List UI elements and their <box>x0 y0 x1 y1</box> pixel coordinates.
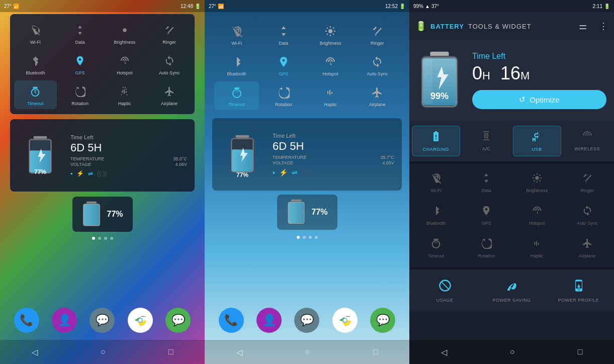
home-btn-2[interactable]: ○ <box>300 342 315 361</box>
charge-type-icon-1: ▪ <box>70 170 72 177</box>
toggle-rotation-1[interactable]: Rotation <box>59 80 102 109</box>
toggle-bluetooth-1[interactable]: Bluetooth <box>14 50 57 78</box>
toggle-airplane-1[interactable]: Airplane <box>148 80 191 109</box>
dock-hangouts-2[interactable]: 💬 <box>370 308 395 333</box>
back-btn-3[interactable]: ◁ <box>436 342 452 362</box>
optimize-icon: ↺ <box>519 95 525 104</box>
dot-1-active <box>92 237 95 240</box>
ctrl-autosync-3[interactable]: Auto Sync <box>563 200 611 231</box>
action-power-profile[interactable]: POWER PROFILE <box>546 274 611 308</box>
brightness-label-1: Brightness <box>114 40 136 45</box>
recents-btn-1[interactable]: □ <box>163 342 179 361</box>
airplane-icon-1 <box>161 83 178 100</box>
dock-contacts-2[interactable]: 👤 <box>256 308 282 333</box>
dock-chrome-1[interactable] <box>128 308 153 333</box>
recents-btn-2[interactable]: □ <box>368 342 383 361</box>
app-subtitle: TOOLS & WIDGET <box>468 23 532 30</box>
ctrl-data-label-3: Data <box>482 188 491 193</box>
bluetooth-label-2: Bluetooth <box>227 71 246 76</box>
hotspot-icon-1 <box>117 53 133 69</box>
toggle-brightness-2[interactable]: Brightness <box>308 20 353 49</box>
toggle-gps-1[interactable]: GPS <box>59 50 102 78</box>
toggle-hotspot-2[interactable]: Hotspot <box>308 51 353 79</box>
timeout-label-2: Timeout <box>229 102 245 107</box>
back-btn-2[interactable]: ◁ <box>231 342 247 362</box>
charging-mode-wireless[interactable]: WIRELESS <box>563 126 611 156</box>
app-header: 🔋 BATTERY TOOLS & WIDGET ⚌ ⋮ <box>409 12 614 40</box>
ctrl-rotation-label-3: Rotation <box>478 253 495 258</box>
filter-icon[interactable]: ⚌ <box>579 21 587 32</box>
ctrl-autosync-label-3: Auto Sync <box>577 221 597 226</box>
gps-icon-1 <box>72 53 88 69</box>
toggle-brightness-1[interactable]: Brightness <box>104 19 146 48</box>
action-power-saving[interactable]: POWER SAVING <box>479 274 545 308</box>
dock-contacts-1[interactable]: 👤 <box>52 308 77 333</box>
home-btn-1[interactable]: ○ <box>96 342 111 361</box>
toggle-rotation-2[interactable]: Rotation <box>261 81 306 110</box>
toggle-airplane-2[interactable]: Airplane <box>355 81 400 110</box>
toggle-ringer-2[interactable]: Ringer <box>355 20 400 49</box>
bottom-actions-row: USAGE POWER SAVING POWER PROFILE <box>409 269 614 312</box>
svg-point-0 <box>123 28 126 32</box>
ctrl-airplane-3[interactable]: Airplane <box>563 233 611 263</box>
charging-mode-usb[interactable]: USB <box>513 126 561 156</box>
toggle-data-2[interactable]: Data <box>261 20 306 49</box>
toggle-grid-1: Wi-Fi Data Brightness <box>14 19 191 109</box>
ctrl-ringer-3[interactable]: Ringer <box>563 167 611 198</box>
toggle-hotspot-1[interactable]: Hotspot <box>104 50 146 78</box>
dock-hangouts-1[interactable]: 💬 <box>165 308 191 333</box>
dock-chrome-2[interactable] <box>332 308 358 333</box>
battery-percent-2: 77% <box>236 171 248 178</box>
ctrl-haptic-3[interactable]: Haptic <box>513 233 561 263</box>
back-btn-1[interactable]: ◁ <box>27 342 43 362</box>
toggle-haptic-2[interactable]: Haptic <box>308 81 353 110</box>
timeout-icon-2: 1m <box>229 84 245 101</box>
toggle-ringer-1[interactable]: Ringer <box>148 19 191 48</box>
toggle-gps-2[interactable]: GPS <box>261 51 306 79</box>
ctrl-gps-3[interactable]: GPS <box>462 200 510 231</box>
small-battery-svg-1 <box>81 201 102 228</box>
home-btn-3[interactable]: ○ <box>505 342 520 361</box>
panel-2: 27° 📶 12:52 🔋 Wi-Fi Data <box>205 0 409 364</box>
ctrl-wifi-3[interactable]: Wi-Fi <box>412 167 460 198</box>
dock-phone-2[interactable]: 📞 <box>219 308 244 333</box>
toggle-wifi-1[interactable]: Wi-Fi <box>14 19 57 48</box>
toggle-wifi-2[interactable]: Wi-Fi <box>214 20 259 49</box>
app-content: 99% Time Left 0H 16M ↺ Optimize C <box>409 40 614 340</box>
clock-2: 12:52 <box>385 4 398 9</box>
charging-mode-charging[interactable]: CHARGING <box>412 126 460 156</box>
ctrl-brightness-3[interactable]: Brightness <box>513 167 561 198</box>
charging-mode-ac[interactable]: A/C <box>462 126 510 156</box>
temp-label-1: 27° <box>4 4 12 9</box>
dock-messages-2[interactable]: 💬 <box>294 308 319 333</box>
charge-icon-2c: ⇌ <box>292 168 298 176</box>
small-battery-percent-2: 77% <box>311 208 327 217</box>
optimize-button[interactable]: ↺ Optimize <box>472 90 606 109</box>
app-dock-1: 📞 👤 💬 💬 <box>0 303 205 338</box>
ctrl-rotation-3[interactable]: Rotation <box>462 233 510 263</box>
ctrl-timeout-3[interactable]: 1m Timeout <box>412 233 460 263</box>
toggle-data-1[interactable]: Data <box>59 19 102 48</box>
small-battery-2: 77% <box>205 195 409 230</box>
more-icon[interactable]: ⋮ <box>599 21 608 32</box>
svg-text:1m: 1m <box>235 90 238 93</box>
battery-header-icon: 🔋 <box>415 21 426 32</box>
toggle-autosync-2[interactable]: Auto Sync <box>355 51 400 79</box>
toggle-autosync-1[interactable]: Auto Sync <box>148 50 191 78</box>
bluetooth-icon-2 <box>229 54 245 70</box>
data-label-2: Data <box>279 41 288 46</box>
time-left-value-2: 6D 5H <box>273 140 394 153</box>
action-usage[interactable]: USAGE <box>412 274 478 308</box>
dock-messages-1[interactable]: 💬 <box>90 308 115 333</box>
ctrl-hotspot-3[interactable]: Hotspot <box>513 200 561 231</box>
toggle-haptic-1[interactable]: Haptic <box>104 80 146 109</box>
time-left-value-1: 6D 5H <box>70 141 187 154</box>
ctrl-data-3[interactable]: Data <box>462 167 510 198</box>
toggle-timeout-1[interactable]: 1m Timeout <box>14 80 57 109</box>
dock-phone-1[interactable]: 📞 <box>14 308 39 333</box>
toggle-bluetooth-2[interactable]: Bluetooth <box>214 51 259 79</box>
status-icons-2: 📶 <box>218 4 224 9</box>
ctrl-bluetooth-3[interactable]: Bluetooth <box>412 200 460 231</box>
toggle-timeout-2[interactable]: 1m Timeout <box>214 81 259 110</box>
recents-btn-3[interactable]: □ <box>573 342 588 361</box>
